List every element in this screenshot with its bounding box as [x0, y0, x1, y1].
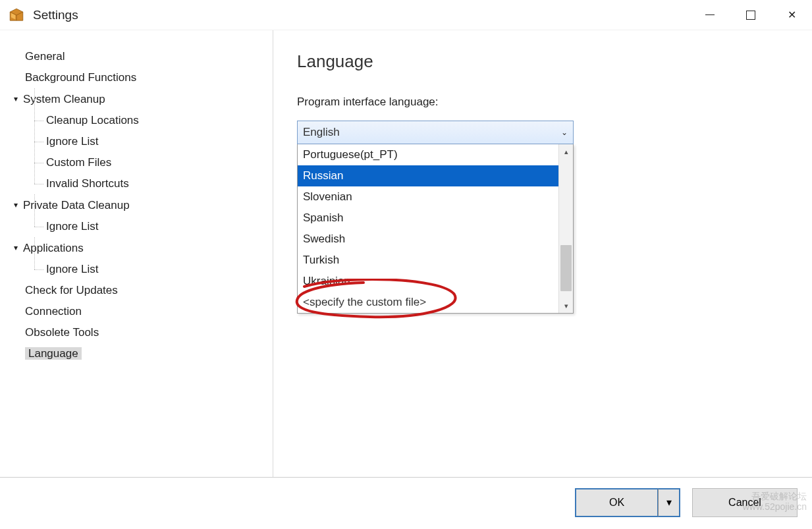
tree-item-applications[interactable]: ▾Applications — [12, 237, 273, 259]
language-dropdown: Portuguese(pt_PT) Russian Slovenian Span… — [297, 144, 574, 314]
tree-item-connection[interactable]: Connection — [12, 301, 273, 322]
dropdown-option[interactable]: Slovenian — [298, 186, 558, 208]
chevron-down-icon: ⌄ — [561, 128, 568, 137]
app-icon — [8, 7, 25, 24]
tree-item-check-for-updates[interactable]: Check for Updates — [12, 280, 273, 301]
chevron-down-icon: ▾ — [12, 194, 20, 215]
dropdown-option[interactable]: Portuguese(pt_PT) — [298, 144, 558, 165]
tree-item-private-data-cleanup[interactable]: ▾Private Data Cleanup — [12, 194, 273, 216]
tree-item-language[interactable]: Language — [12, 343, 273, 364]
combobox-selected-value: English — [303, 126, 340, 139]
dropdown-scrollbar[interactable]: ▴ ▾ — [558, 144, 573, 313]
maximize-button[interactable] — [730, 0, 771, 30]
tree-item-custom-files[interactable]: Custom Files — [12, 152, 273, 173]
ok-dropdown-button[interactable]: ▾ — [658, 488, 680, 517]
tree-item-system-cleanup[interactable]: ▾System Cleanup — [12, 88, 273, 110]
dropdown-option-highlighted[interactable]: Russian — [298, 165, 558, 186]
titlebar: Settings ✕ — [0, 0, 812, 30]
dialog-footer: OK ▾ Cancel — [0, 477, 812, 527]
dropdown-option-custom-file[interactable]: <specify the custom file> — [298, 292, 558, 313]
close-button[interactable]: ✕ — [771, 0, 812, 30]
dropdown-option[interactable]: Turkish — [298, 250, 558, 271]
dropdown-option[interactable]: Ukrainian — [298, 271, 558, 292]
scroll-down-icon[interactable]: ▾ — [559, 298, 573, 313]
field-label-language: Program interface language: — [297, 96, 812, 109]
tree-item-obsolete-tools[interactable]: Obsolete Tools — [12, 322, 273, 343]
tree-item-ignore-list[interactable]: Ignore List — [12, 131, 273, 152]
window-title: Settings — [33, 8, 78, 22]
chevron-down-icon: ▾ — [12, 88, 20, 109]
ok-button-group: OK ▾ — [575, 488, 680, 517]
tree-item-ignore-list-3[interactable]: Ignore List — [12, 259, 273, 280]
scrollbar-thumb[interactable] — [560, 245, 572, 291]
dropdown-option[interactable]: Spanish — [298, 208, 558, 229]
combobox-header[interactable]: English ⌄ — [297, 121, 574, 144]
settings-tree: General Background Functions ▾System Cle… — [0, 30, 273, 477]
tree-item-invalid-shortcuts[interactable]: Invalid Shortcuts — [12, 173, 273, 194]
cancel-button[interactable]: Cancel — [692, 488, 798, 517]
ok-button[interactable]: OK — [575, 488, 658, 517]
window-controls: ✕ — [690, 0, 812, 30]
content-pane: Language Program interface language: Eng… — [273, 30, 812, 477]
tree-item-general[interactable]: General — [12, 46, 273, 67]
tree-item-background-functions[interactable]: Background Functions — [12, 67, 273, 88]
scroll-up-icon[interactable]: ▴ — [559, 144, 573, 159]
scrollbar-track[interactable] — [559, 159, 573, 298]
page-heading: Language — [297, 51, 812, 72]
dropdown-option[interactable]: Swedish — [298, 229, 558, 250]
chevron-down-icon: ▾ — [12, 237, 20, 258]
tree-item-cleanup-locations[interactable]: Cleanup Locations — [12, 110, 273, 131]
minimize-button[interactable] — [690, 0, 730, 30]
language-combobox[interactable]: English ⌄ Portuguese(pt_PT) Russian Slov… — [297, 121, 574, 144]
tree-item-ignore-list-2[interactable]: Ignore List — [12, 216, 273, 237]
